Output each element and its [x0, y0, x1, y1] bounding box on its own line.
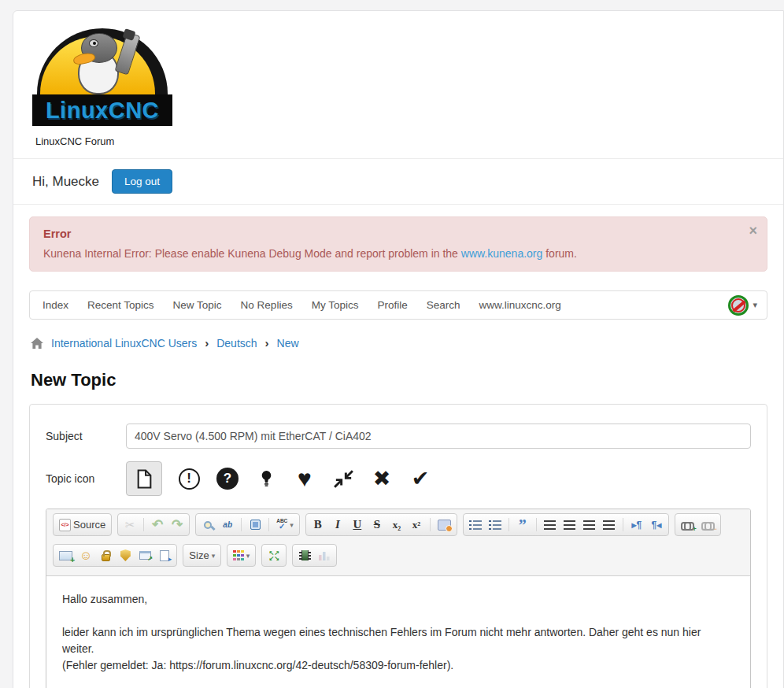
insert-link-button[interactable]: + [681, 516, 694, 534]
breadcrumb-category[interactable]: International LinuxCNC Users [51, 337, 197, 350]
toolbar-group-paragraph: ” ▸¶ ¶◂ [463, 513, 669, 536]
new-topic-panel: Subject Topic icon ! ? ♥ ✖ ✔ [29, 404, 767, 688]
redo-button[interactable]: ↷ [171, 516, 183, 534]
topic-icon-cross[interactable]: ✖ [370, 463, 394, 494]
nav-item-search[interactable]: Search [427, 299, 460, 311]
align-right-button[interactable] [583, 516, 596, 534]
shrink-arrows-icon [334, 470, 353, 488]
blockquote-icon: ” [519, 520, 527, 530]
chevron-down-icon: ▾ [290, 521, 294, 529]
nav-item-new-topic[interactable]: New Topic [173, 299, 222, 311]
align-justify-button[interactable] [603, 516, 616, 534]
toolbar-group-mode: </> Source [53, 513, 112, 536]
user-row: Hi, Muecke Log out [29, 159, 767, 204]
undo-icon: ↶ [152, 516, 163, 533]
remove-link-button[interactable]: − [701, 516, 715, 534]
site-name: LinuxCNC Forum [35, 135, 767, 147]
toolbar-group-maximize: ↖↗ ↙↘ [261, 544, 287, 567]
alert-close-icon[interactable]: × [749, 224, 757, 238]
topic-icon-heart[interactable]: ♥ [293, 463, 316, 494]
cut-button[interactable]: ✂ [124, 516, 136, 534]
kunena-link[interactable]: www.kunena.org [461, 247, 543, 260]
insert-image-button[interactable] [59, 547, 72, 564]
site-logo[interactable]: LinuxCNC LinuxCNC Forum [32, 28, 767, 147]
source-button[interactable]: </> Source [59, 516, 105, 534]
forum-navbar: Index Recent Topics New Topic No Replies… [29, 290, 767, 320]
page-arrow-icon [160, 550, 169, 561]
select-all-icon [250, 520, 261, 530]
text-color-dropdown[interactable]: ▾ [233, 547, 250, 564]
logout-button[interactable]: Log out [112, 169, 172, 194]
link-icon: + [681, 520, 694, 529]
indent-icon: ▸¶ [631, 520, 642, 531]
strikethrough-button[interactable]: S [371, 516, 383, 534]
numbered-list-icon [469, 520, 482, 530]
subscript-button[interactable]: x₂ [390, 516, 403, 534]
insert-code-button[interactable] [158, 547, 171, 564]
separator [623, 518, 623, 531]
topic-icon-check[interactable]: ✔ [409, 463, 432, 494]
superscript-button[interactable]: x² [410, 516, 423, 534]
undo-button[interactable]: ↶ [151, 516, 164, 534]
italic-button[interactable]: I [331, 516, 344, 534]
editor-toolbar-row-2: ☺ Size ▾ ▾ [46, 540, 750, 576]
font-size-dropdown[interactable]: Size ▾ [189, 547, 215, 564]
nav-item-profile[interactable]: Profile [377, 299, 407, 311]
nav-item-index[interactable]: Index [43, 299, 68, 311]
message-line: Hallo zusammen, [62, 591, 734, 608]
home-icon [31, 338, 43, 349]
nav-item-no-replies[interactable]: No Replies [241, 299, 293, 311]
hide-content-button[interactable] [99, 547, 112, 564]
avatar[interactable] [728, 295, 749, 316]
window-icon [139, 551, 151, 560]
chevron-down-icon: ▾ [753, 300, 757, 310]
maximize-button[interactable]: ↖↗ ↙↘ [268, 547, 280, 564]
underline-button[interactable]: U [351, 516, 364, 534]
replace-button[interactable]: ab [221, 516, 234, 534]
breadcrumb-current[interactable]: New [277, 337, 299, 350]
topic-icon-exclamation[interactable]: ! [177, 463, 201, 494]
align-left-button[interactable] [544, 516, 557, 534]
topic-icon-shrink[interactable] [331, 463, 355, 494]
topic-icon-lightbulb[interactable] [254, 463, 278, 494]
confidential-button[interactable] [119, 547, 131, 564]
blockquote-button[interactable]: ” [516, 516, 529, 534]
topic-icon-question[interactable]: ? [216, 463, 239, 494]
insert-video-button[interactable] [298, 547, 311, 564]
align-justify-icon [603, 520, 615, 530]
message-line: leider kann ich im ursprünglichen Thema … [62, 624, 734, 657]
insert-module-button[interactable] [139, 547, 151, 564]
bold-button[interactable]: B [312, 516, 324, 534]
replace-icon: ab [223, 520, 232, 529]
toolbar-group-insert: ☺ [53, 544, 177, 567]
scissors-icon: ✂ [125, 518, 135, 532]
divider [13, 204, 783, 205]
spellcheck-button[interactable]: ABC ✓ ▾ [276, 516, 294, 534]
film-icon [299, 550, 311, 560]
nav-item-recent-topics[interactable]: Recent Topics [87, 299, 154, 311]
nav-items: Index Recent Topics New Topic No Replies… [43, 299, 728, 311]
numbered-list-button[interactable] [469, 516, 482, 534]
indent-button[interactable]: ▸¶ [631, 516, 643, 534]
insert-poll-button[interactable] [318, 547, 331, 564]
nav-item-linuxcnc-org[interactable]: www.linuxcnc.org [479, 299, 560, 311]
user-menu-toggle[interactable]: ▾ [728, 295, 757, 316]
subject-row: Subject [46, 424, 751, 449]
subject-input[interactable] [126, 424, 751, 449]
toolbar-group-size: Size ▾ [183, 544, 221, 567]
remove-format-button[interactable] [438, 516, 451, 534]
nav-item-my-topics[interactable]: My Topics [312, 299, 359, 311]
bar-chart-icon [319, 551, 330, 560]
emoticon-button[interactable]: ☺ [80, 547, 92, 564]
topic-icon-default-selected[interactable] [126, 461, 162, 496]
bullet-list-button[interactable] [489, 516, 501, 534]
toolbar-group-basicstyles: B I U S x₂ x² [305, 513, 457, 536]
outdent-button[interactable]: ¶◂ [650, 516, 663, 534]
color-palette-icon [233, 550, 236, 553]
find-button[interactable] [202, 516, 214, 534]
linuxcnc-logo-image: LinuxCNC [32, 28, 172, 126]
breadcrumb-subcategory[interactable]: Deutsch [216, 337, 257, 350]
align-center-button[interactable] [564, 516, 576, 534]
select-all-button[interactable] [249, 516, 261, 534]
message-body-editable[interactable]: Hallo zusammen, leider kann ich im urspr… [46, 576, 750, 688]
